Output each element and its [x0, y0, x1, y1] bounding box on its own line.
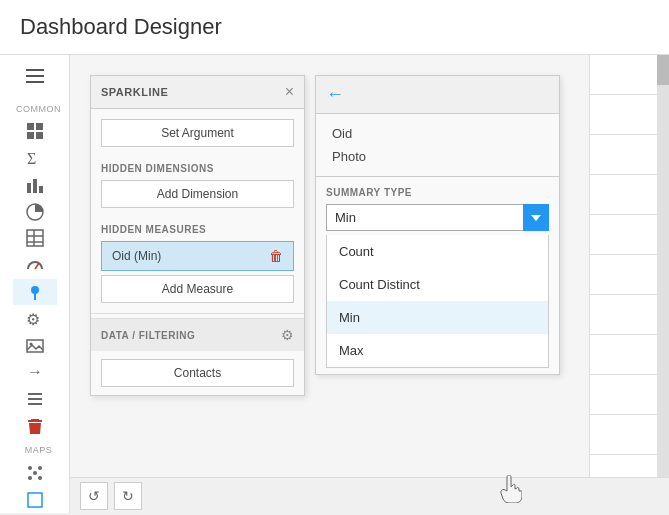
dropdown-arrow-button[interactable] — [523, 204, 549, 231]
sparkline-title: SPARKLINE — [101, 86, 168, 98]
app-title: Dashboard Designer — [20, 14, 222, 39]
dropdown-item-count-distinct[interactable]: Count Distinct — [327, 268, 548, 301]
delete-measure-icon[interactable]: 🗑 — [269, 248, 283, 264]
sidebar-icon-map-pin[interactable] — [13, 279, 57, 306]
svg-point-25 — [38, 476, 42, 480]
main-layout: COMMON Σ ⚙ → — [0, 55, 669, 513]
hamburger-line — [26, 75, 44, 77]
svg-rect-9 — [27, 230, 43, 246]
svg-rect-7 — [39, 186, 43, 193]
summary-type-section: SUMMARY TYPE Count Count Distinct Min Ma… — [316, 177, 559, 374]
sidebar-icon-gauge[interactable] — [13, 252, 57, 279]
dropdown-list: Count Count Distinct Min Max — [326, 235, 549, 368]
svg-rect-1 — [36, 123, 43, 130]
hidden-measures-section: HIDDEN MEASURES Oid (Min) 🗑 Add Measure — [91, 214, 304, 309]
data-filtering-gear-icon[interactable]: ⚙ — [281, 327, 294, 343]
contacts-button[interactable]: Contacts — [101, 359, 294, 387]
close-button[interactable]: × — [285, 84, 294, 100]
svg-rect-21 — [28, 403, 42, 405]
sparkline-panel-header: SPARKLINE × — [91, 76, 304, 109]
svg-point-22 — [28, 466, 32, 470]
sparkline-panel: SPARKLINE × Set Argument HIDDEN DIMENSIO… — [90, 75, 305, 396]
sidebar-icon-table[interactable] — [13, 225, 57, 252]
svg-rect-6 — [33, 179, 37, 193]
data-filtering-bar: DATA / FILTERING ⚙ — [91, 318, 304, 351]
svg-rect-3 — [36, 132, 43, 139]
svg-rect-5 — [27, 183, 31, 193]
set-argument-button[interactable]: Set Argument — [101, 119, 294, 147]
divider — [91, 313, 304, 314]
sidebar-icon-grid[interactable] — [13, 118, 57, 145]
svg-rect-0 — [27, 123, 34, 130]
add-measure-button[interactable]: Add Measure — [101, 275, 294, 303]
sidebar-icon-bar-chart[interactable] — [13, 171, 57, 198]
hamburger-menu[interactable] — [15, 63, 55, 90]
sidebar-icon-dots[interactable] — [13, 459, 57, 486]
sidebar-icon-gear[interactable]: ⚙ — [13, 305, 57, 332]
hidden-dimensions-label: HIDDEN DIMENSIONS — [101, 163, 294, 174]
svg-rect-16 — [27, 340, 43, 352]
sidebar-icon-pie-chart[interactable] — [13, 198, 57, 225]
svg-point-24 — [28, 476, 32, 480]
svg-rect-19 — [28, 393, 42, 395]
svg-point-26 — [33, 471, 37, 475]
summary-type-input[interactable] — [326, 204, 549, 231]
field-photo: Photo — [326, 145, 549, 168]
hamburger-line — [26, 81, 44, 83]
common-section-label: COMMON — [0, 104, 69, 114]
fields-list: Oid Photo — [316, 114, 559, 177]
sidebar-icon-image[interactable] — [13, 332, 57, 359]
svg-rect-20 — [28, 398, 42, 400]
dropdown-item-min[interactable]: Min — [327, 301, 548, 334]
scrollbar-thumb[interactable] — [657, 55, 669, 85]
field-oid: Oid — [326, 122, 549, 145]
selected-measure-label: Oid (Min) — [112, 249, 161, 263]
bottom-toolbar: ↺ ↻ — [70, 477, 669, 513]
svg-text:Σ: Σ — [27, 150, 36, 167]
svg-rect-2 — [27, 132, 34, 139]
svg-text:→: → — [27, 363, 43, 380]
hamburger-line — [26, 69, 44, 71]
hidden-dimensions-section: HIDDEN DIMENSIONS Add Dimension — [91, 153, 304, 214]
redo-button[interactable]: ↻ — [114, 482, 142, 510]
svg-text:⚙: ⚙ — [26, 311, 40, 328]
svg-point-23 — [38, 466, 42, 470]
summary-panel: ← Oid Photo SUMMARY TYPE Count Count Dis… — [315, 75, 560, 375]
svg-line-13 — [35, 263, 39, 269]
content-area: SPARKLINE × Set Argument HIDDEN DIMENSIO… — [70, 55, 669, 513]
svg-rect-27 — [28, 493, 42, 507]
scrollbar[interactable] — [657, 55, 669, 477]
selected-measure-button[interactable]: Oid (Min) 🗑 — [101, 241, 294, 271]
summary-input-wrapper — [326, 204, 549, 231]
summary-back-bar: ← — [316, 76, 559, 114]
title-bar: Dashboard Designer — [0, 0, 669, 55]
data-filtering-label: DATA / FILTERING — [101, 330, 195, 341]
set-argument-section: Set Argument — [91, 109, 304, 153]
hidden-measures-label: HIDDEN MEASURES — [101, 224, 294, 235]
maps-section-label: MAPS — [0, 445, 69, 455]
svg-point-17 — [29, 342, 32, 345]
add-dimension-button[interactable]: Add Dimension — [101, 180, 294, 208]
dropdown-item-count[interactable]: Count — [327, 235, 548, 268]
contacts-area: Contacts — [91, 351, 304, 395]
sidebar-icon-sigma[interactable]: Σ — [13, 145, 57, 172]
sidebar-icon-combo[interactable] — [13, 386, 57, 413]
undo-button[interactable]: ↺ — [80, 482, 108, 510]
back-button[interactable]: ← — [326, 84, 344, 105]
sidebar-icon-trash[interactable] — [13, 413, 57, 440]
sidebar-icon-shape[interactable] — [13, 486, 57, 513]
dropdown-item-max[interactable]: Max — [327, 334, 548, 367]
summary-type-label: SUMMARY TYPE — [326, 187, 549, 198]
sidebar: COMMON Σ ⚙ → — [0, 55, 70, 513]
sidebar-icon-arrow[interactable]: → — [13, 359, 57, 386]
